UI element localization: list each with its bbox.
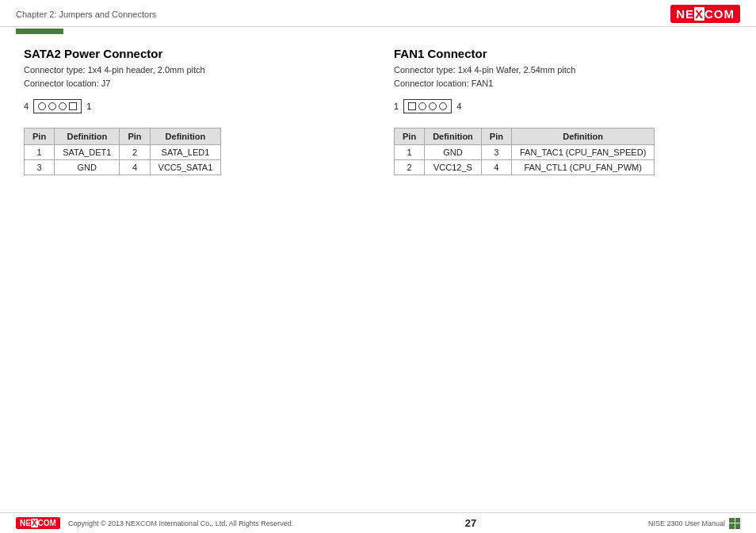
fan1-r2-pin2: 4: [481, 160, 511, 175]
main-content: SATA2 Power Connector Connector type: 1x…: [0, 34, 756, 188]
fan1-pin4: [439, 102, 447, 110]
fan1-r1-def1: GND: [425, 145, 482, 160]
fan1-connector-box: [403, 99, 452, 113]
sata2-pin-right-label: 1: [86, 102, 91, 111]
fan1-pin-right-label: 4: [456, 102, 461, 111]
table-row: 1 GND 3 FAN_TAC1 (CPU_FAN_SPEED): [395, 145, 655, 160]
chapter-title: Chapter 2: Jumpers and Connectors: [16, 10, 156, 19]
sata2-table: Pin Definition Pin Definition 1 SATA_DET…: [24, 128, 221, 175]
table-row: 3 GND 4 VCC5_SATA1: [25, 160, 221, 175]
footer-copyright: Copyright © 2013 NEXCOM International Co…: [68, 520, 293, 527]
fan1-pin3: [429, 102, 437, 110]
fan1-info-line2: Connector location: FAN1: [394, 77, 732, 90]
sata2-pin1: [69, 102, 77, 110]
footer-right: NISE 2300 User Manual: [648, 518, 740, 529]
sata2-info-line1: Connector type: 1x4 4-pin header, 2.0mm …: [24, 63, 362, 77]
sata2-r1-pin2: 2: [120, 145, 150, 160]
sata2-col-pin2: Pin: [120, 128, 150, 145]
fan1-col-def2: Definition: [511, 128, 654, 145]
fan1-col-pin1: Pin: [395, 128, 425, 145]
sata2-connector-diagram: 4 1: [24, 99, 362, 113]
fan1-info: Connector type: 1x4 4-pin Wafer, 2.54mm …: [394, 63, 732, 90]
fan1-r2-pin1: 2: [395, 160, 425, 175]
table-row: 2 VCC12_S 4 FAN_CTL1 (CPU_FAN_PWM): [395, 160, 655, 175]
sata2-section: SATA2 Power Connector Connector type: 1x…: [24, 47, 362, 175]
fan1-info-line1: Connector type: 1x4 4-pin Wafer, 2.54mm …: [394, 63, 732, 77]
fan1-r2-def1: VCC12_S: [425, 160, 482, 175]
fan1-r2-def2: FAN_CTL1 (CPU_FAN_PWM): [511, 160, 654, 175]
fan1-r1-pin2: 3: [481, 145, 511, 160]
sata2-r1-pin1: 1: [25, 145, 55, 160]
sata2-r2-def1: GND: [55, 160, 120, 175]
sata2-r1-def2: SATA_LED1: [150, 145, 221, 160]
sata2-col-def2: Definition: [150, 128, 221, 145]
fan1-title: FAN1 Connector: [394, 47, 732, 60]
footer-logo: NEXCOM: [16, 517, 60, 529]
grid-icon: [729, 518, 740, 529]
footer-logo-text: NEXCOM: [20, 519, 56, 527]
fan1-r1-pin1: 1: [395, 145, 425, 160]
sata2-pin2: [59, 102, 67, 110]
fan1-table: Pin Definition Pin Definition 1 GND 3 FA…: [394, 128, 655, 175]
fan1-section: FAN1 Connector Connector type: 1x4 4-pin…: [394, 47, 732, 175]
sata2-r1-def1: SATA_DET1: [55, 145, 120, 160]
sata2-r2-def2: VCC5_SATA1: [150, 160, 221, 175]
sata2-title: SATA2 Power Connector: [24, 47, 362, 60]
green-accent-bar: [16, 29, 63, 34]
two-column-layout: SATA2 Power Connector Connector type: 1x…: [24, 47, 732, 175]
sata2-pin-left-label: 4: [24, 102, 29, 111]
fan1-r1-def2: FAN_TAC1 (CPU_FAN_SPEED): [511, 145, 654, 160]
nexcom-logo: NEXCOM: [670, 5, 740, 23]
page-footer: NEXCOM Copyright © 2013 NEXCOM Internati…: [0, 512, 756, 533]
sata2-col-pin1: Pin: [25, 128, 55, 145]
sata2-pin4: [38, 102, 46, 110]
logo-text: NEXCOM: [676, 7, 735, 21]
sata2-pin3: [48, 102, 56, 110]
footer-left: NEXCOM Copyright © 2013 NEXCOM Internati…: [16, 517, 293, 529]
sata2-r2-pin1: 3: [25, 160, 55, 175]
sata2-info: Connector type: 1x4 4-pin header, 2.0mm …: [24, 63, 362, 90]
fan1-connector-diagram: 1 4: [394, 99, 732, 113]
fan1-pin1: [408, 102, 416, 110]
fan1-pin2: [418, 102, 426, 110]
sata2-col-def1: Definition: [55, 128, 120, 145]
sata2-r2-pin2: 4: [120, 160, 150, 175]
footer-product: NISE 2300 User Manual: [648, 520, 725, 527]
footer-page-number: 27: [465, 517, 476, 529]
sata2-connector-box: [33, 99, 82, 113]
sata2-info-line2: Connector location: J7: [24, 77, 362, 90]
table-row: 1 SATA_DET1 2 SATA_LED1: [25, 145, 221, 160]
fan1-col-pin2: Pin: [481, 128, 511, 145]
fan1-pin-left-label: 1: [394, 102, 399, 111]
page-header: Chapter 2: Jumpers and Connectors NEXCOM: [0, 0, 756, 27]
fan1-col-def1: Definition: [425, 128, 482, 145]
